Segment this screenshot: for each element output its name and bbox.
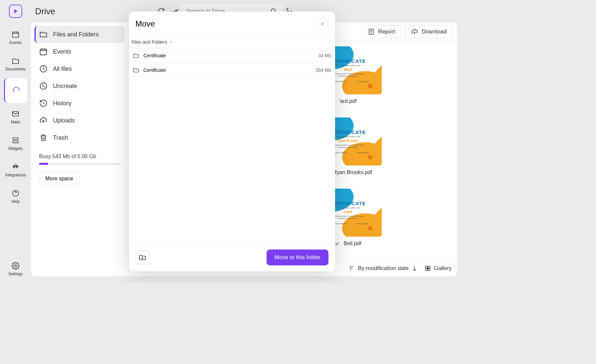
more-space-button[interactable]: More space [39, 172, 79, 185]
breadcrumb[interactable]: Files and Folders [129, 36, 335, 48]
app-logo[interactable] [9, 5, 22, 18]
arrow-down-icon [411, 265, 418, 272]
folder-name: Certificate [143, 67, 166, 73]
sidebar-label: All files [53, 66, 72, 72]
page-title: Drive [35, 6, 55, 17]
report-label: Report [378, 28, 395, 35]
storage-text: Busy 543 Mb of 5.00 Gb [39, 154, 120, 159]
chevron-down-icon [169, 40, 173, 44]
svg-rect-12 [428, 266, 430, 268]
sidebar-events[interactable]: Events [34, 43, 125, 60]
new-folder-button[interactable] [135, 250, 149, 264]
rail-label: Documents [6, 67, 26, 71]
svg-rect-13 [425, 268, 427, 270]
folder-size: 364 Mb [316, 68, 331, 73]
file-name: Ryan Brooks.pdf [333, 169, 372, 175]
modal-folder-row[interactable]: Certificate 364 Mb [129, 63, 335, 77]
svg-rect-2 [13, 138, 18, 140]
download-button[interactable]: Download [405, 25, 452, 38]
rail-settings[interactable]: Settings [4, 256, 27, 281]
folder-name: Certificate [143, 53, 166, 58]
rail-documents[interactable]: Documents [4, 52, 27, 76]
sidebar-uncreate[interactable]: Uncreate [34, 77, 125, 95]
svg-rect-7 [40, 49, 47, 55]
view-button[interactable]: Gallery [424, 265, 452, 272]
svg-rect-0 [13, 32, 19, 37]
sidebar-label: Trash [53, 134, 68, 141]
rail-help[interactable]: Help [4, 184, 27, 209]
storage-info: Busy 543 Mb of 5.00 Gb [34, 150, 125, 165]
sidebar-trash[interactable]: Trash [34, 129, 125, 146]
folder-icon [133, 67, 139, 73]
rail-widgets[interactable]: Widgets [4, 131, 27, 156]
rail-mails[interactable]: Mails [4, 105, 27, 129]
modal-folder-list: Certificate 34 Mb Certificate 364 Mb [129, 48, 335, 243]
rail-label: Widgets [8, 146, 23, 151]
close-button[interactable] [317, 18, 328, 30]
report-button[interactable]: Report [362, 25, 401, 38]
file-name: 'ard.pdf [339, 98, 357, 104]
modal-header: Move [129, 12, 335, 36]
modal-footer: Move to this folder [129, 243, 335, 271]
rail-drive[interactable] [4, 78, 27, 103]
sort-label: By modification date [358, 265, 409, 272]
svg-point-5 [15, 265, 17, 267]
rail-events[interactable]: Events [4, 25, 27, 50]
sidebar-files-folders[interactable]: Files and Folders [34, 26, 125, 43]
breadcrumb-label: Files and Folders [131, 39, 167, 45]
storage-bar [39, 163, 120, 165]
svg-rect-11 [425, 266, 427, 268]
sidebar-label: Files and Folders [53, 31, 99, 38]
sidebar-history[interactable]: History [34, 95, 125, 112]
left-rail: Events Documents Mails Widgets Integrati… [0, 0, 31, 283]
folder-icon [133, 52, 139, 59]
sort-button[interactable]: By modification date [349, 265, 418, 272]
rail-integrations[interactable]: Integrations [4, 158, 27, 182]
rail-label: Integrations [5, 173, 26, 177]
sidebar-label: History [53, 100, 72, 107]
rail-label: Mails [11, 120, 20, 124]
svg-rect-3 [13, 141, 18, 143]
sidebar-uploads[interactable]: Uploads [34, 112, 125, 129]
modal-title: Move [135, 19, 155, 28]
sidebar-all-files[interactable]: All files [34, 60, 125, 77]
view-label: Gallery [434, 265, 452, 272]
rail-label: Help [12, 199, 20, 204]
folder-size: 34 Mb [318, 53, 331, 58]
sidebar-label: Uploads [53, 117, 75, 124]
sidebar: Files and Folders Events All files Uncre… [31, 23, 128, 276]
svg-rect-14 [428, 268, 430, 270]
sidebar-label: Uncreate [53, 83, 77, 90]
sidebar-label: Events [53, 48, 71, 55]
rail-label: Settings [8, 272, 23, 276]
move-confirm-button[interactable]: Move to this folder [267, 250, 328, 265]
download-label: Download [422, 28, 447, 35]
rail-label: Events [10, 40, 22, 45]
move-modal: Move Files and Folders Certificate 34 Mb… [129, 12, 335, 271]
file-name: Bell.pdf [344, 241, 361, 247]
modal-folder-row[interactable]: Certificate 34 Mb [129, 48, 335, 63]
